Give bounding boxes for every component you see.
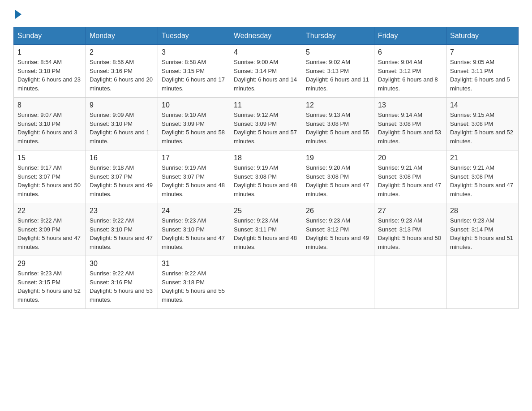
table-row: 19Sunrise: 9:20 AMSunset: 3:08 PMDayligh… [302,150,374,203]
day-number: 8 [17,101,82,109]
table-row: 23Sunrise: 9:22 AMSunset: 3:10 PMDayligh… [86,203,158,256]
day-info: Sunrise: 9:23 AMSunset: 3:13 PMDaylight:… [378,216,442,251]
day-number: 31 [162,260,226,268]
day-number: 6 [378,48,442,56]
week-row-3: 15Sunrise: 9:17 AMSunset: 3:07 PMDayligh… [14,150,519,203]
header-saturday: Saturday [446,27,519,45]
table-row: 22Sunrise: 9:22 AMSunset: 3:09 PMDayligh… [14,203,86,256]
table-row: 11Sunrise: 9:12 AMSunset: 3:09 PMDayligh… [230,98,302,150]
day-info: Sunrise: 9:22 AMSunset: 3:09 PMDaylight:… [17,216,82,251]
table-row: 21Sunrise: 9:21 AMSunset: 3:08 PMDayligh… [446,150,519,203]
day-number: 18 [234,154,298,162]
table-row: 5Sunrise: 9:02 AMSunset: 3:13 PMDaylight… [302,45,374,98]
header-sunday: Sunday [14,27,86,45]
table-row: 28Sunrise: 9:23 AMSunset: 3:14 PMDayligh… [446,203,519,256]
day-info: Sunrise: 8:56 AMSunset: 3:16 PMDaylight:… [90,58,154,93]
table-row: 26Sunrise: 9:23 AMSunset: 3:12 PMDayligh… [302,203,374,256]
day-info: Sunrise: 9:07 AMSunset: 3:10 PMDaylight:… [17,111,82,146]
table-row: 25Sunrise: 9:23 AMSunset: 3:11 PMDayligh… [230,203,302,256]
header-friday: Friday [374,27,446,45]
week-row-2: 8Sunrise: 9:07 AMSunset: 3:10 PMDaylight… [14,98,519,150]
day-number: 27 [378,207,442,215]
table-row [230,256,302,309]
logo-arrow-icon [15,10,21,19]
table-row: 31Sunrise: 9:22 AMSunset: 3:18 PMDayligh… [158,256,230,309]
day-number: 17 [162,154,226,162]
day-number: 13 [378,101,442,109]
day-number: 10 [162,101,226,109]
day-info: Sunrise: 9:20 AMSunset: 3:08 PMDaylight:… [306,163,370,198]
week-row-5: 29Sunrise: 9:23 AMSunset: 3:15 PMDayligh… [14,256,519,309]
table-row: 15Sunrise: 9:17 AMSunset: 3:07 PMDayligh… [14,150,86,203]
day-info: Sunrise: 8:54 AMSunset: 3:18 PMDaylight:… [17,58,82,93]
day-info: Sunrise: 9:23 AMSunset: 3:12 PMDaylight:… [306,216,370,251]
table-row: 13Sunrise: 9:14 AMSunset: 3:08 PMDayligh… [374,98,446,150]
table-row: 8Sunrise: 9:07 AMSunset: 3:10 PMDaylight… [14,98,86,150]
table-row: 16Sunrise: 9:18 AMSunset: 3:07 PMDayligh… [86,150,158,203]
day-info: Sunrise: 9:23 AMSunset: 3:10 PMDaylight:… [162,216,226,251]
day-info: Sunrise: 9:17 AMSunset: 3:07 PMDaylight:… [17,163,82,198]
header-tuesday: Tuesday [158,27,230,45]
day-number: 15 [17,154,82,162]
day-number: 20 [378,154,442,162]
table-row: 3Sunrise: 8:58 AMSunset: 3:15 PMDaylight… [158,45,230,98]
table-row [302,256,374,309]
day-number: 11 [234,101,298,109]
calendar-table: SundayMondayTuesdayWednesdayThursdayFrid… [13,27,519,309]
table-row: 24Sunrise: 9:23 AMSunset: 3:10 PMDayligh… [158,203,230,256]
day-number: 21 [450,154,515,162]
day-number: 19 [306,154,370,162]
day-info: Sunrise: 9:22 AMSunset: 3:16 PMDaylight:… [90,269,154,304]
day-number: 1 [17,48,82,56]
table-row: 27Sunrise: 9:23 AMSunset: 3:13 PMDayligh… [374,203,446,256]
table-row: 7Sunrise: 9:05 AMSunset: 3:11 PMDaylight… [446,45,519,98]
table-row: 9Sunrise: 9:09 AMSunset: 3:10 PMDaylight… [86,98,158,150]
day-number: 4 [234,48,298,56]
day-info: Sunrise: 8:58 AMSunset: 3:15 PMDaylight:… [162,58,226,93]
day-info: Sunrise: 9:10 AMSunset: 3:09 PMDaylight:… [162,111,226,146]
day-info: Sunrise: 9:23 AMSunset: 3:15 PMDaylight:… [17,269,82,304]
table-row: 18Sunrise: 9:19 AMSunset: 3:08 PMDayligh… [230,150,302,203]
day-number: 12 [306,101,370,109]
table-row: 30Sunrise: 9:22 AMSunset: 3:16 PMDayligh… [86,256,158,309]
day-info: Sunrise: 9:04 AMSunset: 3:12 PMDaylight:… [378,58,442,93]
day-info: Sunrise: 9:23 AMSunset: 3:14 PMDaylight:… [450,216,515,251]
day-info: Sunrise: 9:15 AMSunset: 3:08 PMDaylight:… [450,111,515,146]
day-info: Sunrise: 9:12 AMSunset: 3:09 PMDaylight:… [234,111,298,146]
day-info: Sunrise: 9:18 AMSunset: 3:07 PMDaylight:… [90,163,154,198]
table-row: 2Sunrise: 8:56 AMSunset: 3:16 PMDaylight… [86,45,158,98]
day-info: Sunrise: 9:19 AMSunset: 3:07 PMDaylight:… [162,163,226,198]
days-header-row: SundayMondayTuesdayWednesdayThursdayFrid… [14,27,519,45]
day-info: Sunrise: 9:09 AMSunset: 3:10 PMDaylight:… [90,111,154,146]
table-row: 20Sunrise: 9:21 AMSunset: 3:08 PMDayligh… [374,150,446,203]
table-row: 12Sunrise: 9:13 AMSunset: 3:08 PMDayligh… [302,98,374,150]
table-row: 17Sunrise: 9:19 AMSunset: 3:07 PMDayligh… [158,150,230,203]
table-row: 10Sunrise: 9:10 AMSunset: 3:09 PMDayligh… [158,98,230,150]
week-row-1: 1Sunrise: 8:54 AMSunset: 3:18 PMDaylight… [14,45,519,98]
day-number: 23 [90,207,154,215]
day-number: 22 [17,207,82,215]
day-info: Sunrise: 9:13 AMSunset: 3:08 PMDaylight:… [306,111,370,146]
day-number: 24 [162,207,226,215]
page-header [13,9,519,19]
day-info: Sunrise: 9:23 AMSunset: 3:11 PMDaylight:… [234,216,298,251]
day-info: Sunrise: 9:14 AMSunset: 3:08 PMDaylight:… [378,111,442,146]
day-number: 7 [450,48,515,56]
day-number: 3 [162,48,226,56]
table-row: 6Sunrise: 9:04 AMSunset: 3:12 PMDaylight… [374,45,446,98]
day-info: Sunrise: 9:02 AMSunset: 3:13 PMDaylight:… [306,58,370,93]
day-info: Sunrise: 9:19 AMSunset: 3:08 PMDaylight:… [234,163,298,198]
table-row [446,256,519,309]
table-row: 29Sunrise: 9:23 AMSunset: 3:15 PMDayligh… [14,256,86,309]
day-number: 28 [450,207,515,215]
day-number: 29 [17,260,82,268]
table-row: 14Sunrise: 9:15 AMSunset: 3:08 PMDayligh… [446,98,519,150]
table-row: 4Sunrise: 9:00 AMSunset: 3:14 PMDaylight… [230,45,302,98]
day-number: 5 [306,48,370,56]
day-number: 2 [90,48,154,56]
day-info: Sunrise: 9:21 AMSunset: 3:08 PMDaylight:… [378,163,442,198]
header-monday: Monday [86,27,158,45]
day-info: Sunrise: 9:22 AMSunset: 3:10 PMDaylight:… [90,216,154,251]
header-thursday: Thursday [302,27,374,45]
header-wednesday: Wednesday [230,27,302,45]
